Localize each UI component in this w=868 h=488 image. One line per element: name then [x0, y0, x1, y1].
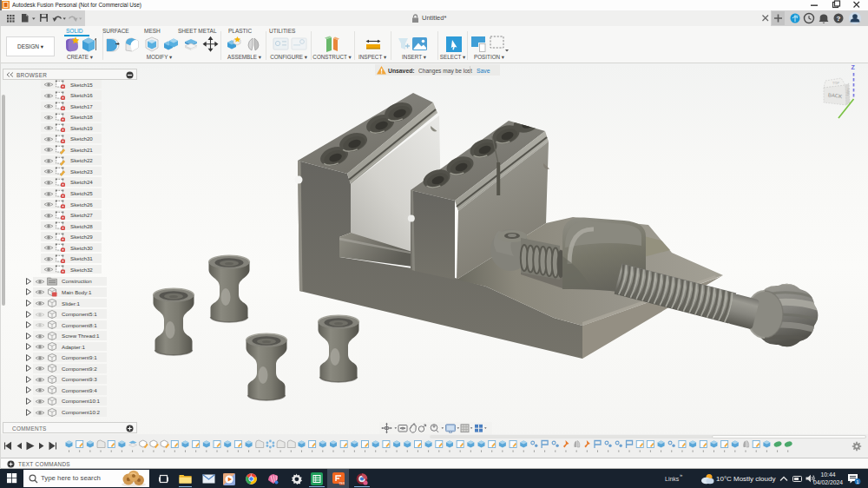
- svg-text:Z: Z: [852, 64, 856, 70]
- svg-text:TOP: TOP: [832, 81, 840, 86]
- svg-text:PER: PER: [339, 482, 345, 485]
